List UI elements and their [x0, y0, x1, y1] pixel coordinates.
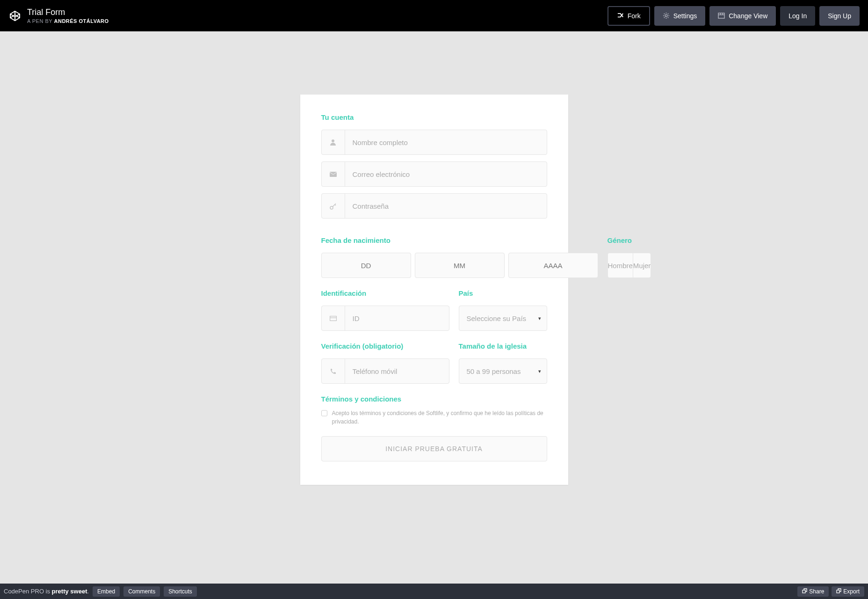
submit-button[interactable]: INICIAR PRUEBA GRATUITA [321, 436, 547, 461]
country-select-wrap[interactable]: Seleccione su País ▾ [459, 306, 547, 331]
gender-group: Hombre Mujer [608, 253, 651, 278]
id-label: Identificación [321, 289, 449, 297]
share-button[interactable]: Share [797, 586, 829, 597]
settings-button[interactable]: Settings [654, 6, 706, 26]
name-input[interactable] [345, 130, 547, 154]
svg-line-12 [335, 205, 336, 205]
terms-row: Acepto los términos y condiciones de Sof… [321, 409, 547, 426]
share-icon [802, 588, 807, 593]
dob-inputs [321, 253, 598, 278]
embed-button[interactable]: Embed [93, 586, 120, 597]
terms-text: Acepto los términos y condiciones de Sof… [332, 409, 547, 426]
card-icon [322, 306, 345, 330]
email-icon [322, 162, 345, 186]
terms-label: Términos y condiciones [321, 395, 547, 403]
password-group [321, 193, 547, 219]
fork-button[interactable]: Fork [608, 6, 650, 26]
phone-icon [322, 359, 345, 383]
shortcuts-button[interactable]: Shortcuts [164, 586, 197, 597]
size-label: Tamaño de la iglesia [459, 342, 547, 350]
phone-group [321, 358, 449, 384]
id-input[interactable] [345, 306, 449, 330]
svg-rect-16 [837, 590, 839, 593]
dob-label: Fecha de nacimiento [321, 236, 598, 244]
dob-year-input[interactable] [508, 253, 598, 278]
terms-checkbox[interactable] [321, 410, 327, 416]
fork-icon [617, 12, 624, 19]
layout-icon [718, 12, 725, 19]
phone-input[interactable] [345, 359, 449, 383]
svg-rect-15 [803, 590, 805, 593]
svg-point-8 [332, 139, 334, 142]
svg-rect-13 [330, 316, 336, 321]
change-view-button[interactable]: Change View [709, 6, 776, 26]
footer-promo[interactable]: CodePen PRO is pretty sweet. [4, 588, 89, 595]
gear-icon [663, 12, 670, 19]
country-select[interactable]: Seleccione su País [459, 306, 547, 330]
title-block: Trial Form A PEN BY Andrés Otálvaro [27, 7, 109, 24]
dob-month-input[interactable] [415, 253, 505, 278]
id-group [321, 306, 449, 331]
dob-day-input[interactable] [321, 253, 411, 278]
export-icon [836, 588, 841, 593]
preview-canvas: Tu cuenta Fecha de nacimiento [0, 31, 868, 584]
codepen-logo-icon[interactable] [8, 9, 22, 22]
export-button[interactable]: Export [832, 586, 864, 597]
app-footer: CodePen PRO is pretty sweet. Embed Comme… [0, 584, 868, 599]
pen-byline: A PEN BY Andrés Otálvaro [27, 18, 109, 24]
verification-label: Verificación (obligatorio) [321, 342, 449, 350]
comments-button[interactable]: Comments [123, 586, 160, 597]
login-button[interactable]: Log In [780, 6, 815, 26]
pen-author[interactable]: Andrés Otálvaro [54, 18, 109, 24]
header-left: Trial Form A PEN BY Andrés Otálvaro [8, 7, 109, 24]
key-icon [322, 194, 345, 218]
footer-right: Share Export [797, 586, 864, 597]
user-icon [322, 130, 345, 154]
svg-rect-4 [718, 13, 724, 18]
password-input[interactable] [345, 194, 547, 218]
pen-title: Trial Form [27, 7, 109, 17]
header-right: Fork Settings Change View Log In Sign Up [608, 6, 860, 26]
gender-male-button[interactable]: Hombre [608, 253, 633, 278]
signup-button[interactable]: Sign Up [819, 6, 860, 26]
name-group [321, 130, 547, 155]
form-card: Tu cuenta Fecha de nacimiento [300, 95, 568, 485]
footer-left: CodePen PRO is pretty sweet. Embed Comme… [4, 586, 197, 597]
email-input[interactable] [345, 162, 547, 186]
country-label: País [459, 289, 547, 297]
email-group [321, 161, 547, 187]
size-select[interactable]: 50 a 99 personas [459, 359, 547, 383]
gender-female-button[interactable]: Mujer [633, 253, 651, 278]
svg-point-3 [665, 15, 667, 17]
account-label: Tu cuenta [321, 113, 547, 121]
gender-label: Género [608, 236, 651, 244]
app-header: Trial Form A PEN BY Andrés Otálvaro Fork… [0, 0, 868, 31]
size-select-wrap[interactable]: 50 a 99 personas ▾ [459, 358, 547, 384]
